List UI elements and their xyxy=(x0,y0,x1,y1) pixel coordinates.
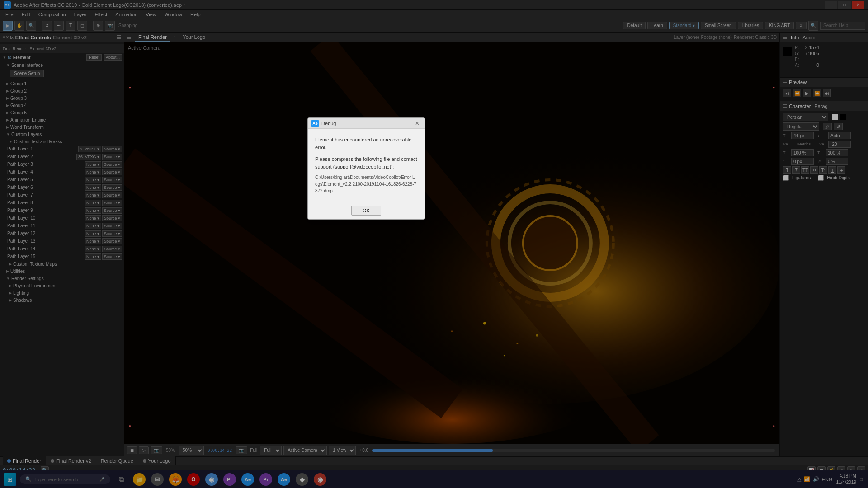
dialog-footer: OK xyxy=(308,202,425,219)
dialog-titlebar: Ae Debug ✕ xyxy=(308,118,425,129)
dialog-title: Debug xyxy=(321,121,414,126)
dialog-close-button[interactable]: ✕ xyxy=(414,120,421,127)
dialog-message1: Element has encountered an unrecoverable… xyxy=(315,136,417,151)
dialog-ok-button[interactable]: OK xyxy=(351,206,381,216)
dialog-filepath: C:\Users\king art\Documents\VideoCopilot… xyxy=(315,174,417,194)
debug-dialog: Ae Debug ✕ Element has encountered an un… xyxy=(307,117,425,220)
dialog-overlay: Ae Debug ✕ Element has encountered an un… xyxy=(0,0,868,488)
dialog-body: Element has encountered an unrecoverable… xyxy=(308,129,425,202)
dialog-message2: Please compress the following file and c… xyxy=(315,155,417,170)
dialog-icon: Ae xyxy=(311,120,319,127)
